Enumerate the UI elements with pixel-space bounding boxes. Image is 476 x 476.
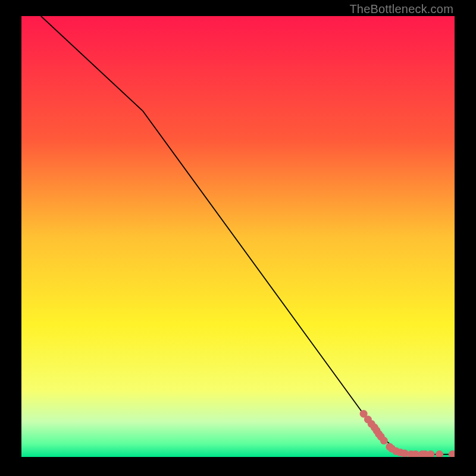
plot-svg: [21, 16, 455, 457]
watermark-text: TheBottleneck.com: [349, 2, 453, 16]
plot-area: [21, 16, 455, 457]
chart-frame: TheBottleneck.com: [0, 0, 476, 476]
data-marker: [380, 437, 388, 444]
data-marker: [401, 450, 409, 457]
gradient-background: [21, 16, 455, 457]
